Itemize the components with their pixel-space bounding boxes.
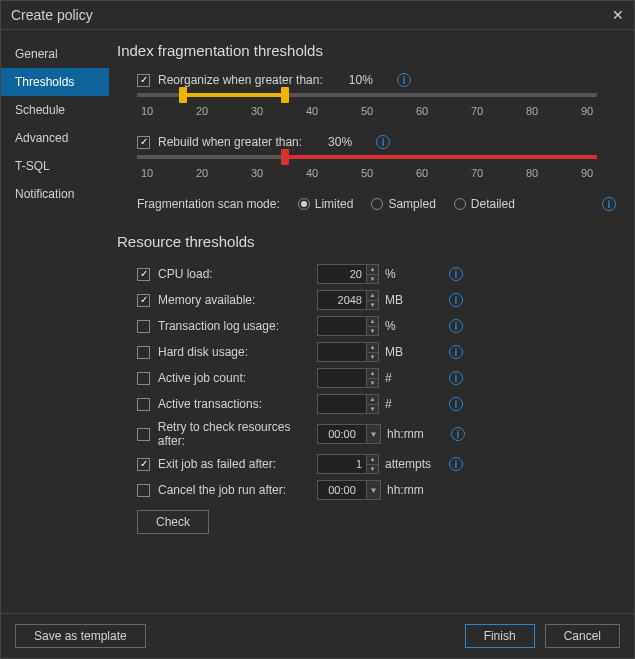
- create-policy-dialog: Create policy ✕ General Thresholds Sched…: [0, 0, 635, 659]
- exit-row: Exit job as failed after: 1 ▲▼ attempts: [117, 454, 616, 474]
- radio-icon: [298, 198, 310, 210]
- reorganize-label: Reorganize when greater than:: [158, 73, 323, 87]
- jobs-row: Active job count: ▲▼ #: [117, 368, 616, 388]
- memory-checkbox[interactable]: [137, 294, 150, 307]
- slider-ticks: 10 20 30 40 50 60 70 80 90: [137, 105, 597, 117]
- rebuild-handle[interactable]: [281, 149, 289, 165]
- retry-input[interactable]: 00:00: [317, 424, 367, 444]
- close-icon[interactable]: ✕: [612, 7, 624, 23]
- sidebar: General Thresholds Schedule Advanced T-S…: [1, 30, 109, 613]
- info-icon[interactable]: [451, 427, 465, 441]
- scan-mode-detailed[interactable]: Detailed: [454, 197, 515, 211]
- tlog-checkbox[interactable]: [137, 320, 150, 333]
- cpu-input[interactable]: 20: [317, 264, 367, 284]
- info-icon[interactable]: [449, 293, 463, 307]
- reorganize-slider[interactable]: 10 20 30 40 50 60 70 80 90: [137, 93, 616, 117]
- radio-icon: [371, 198, 383, 210]
- disk-spinner[interactable]: ▲▼: [367, 342, 379, 362]
- slider-ticks: 10 20 30 40 50 60 70 80 90: [137, 167, 597, 179]
- chevron-down-icon[interactable]: ▼: [367, 480, 381, 500]
- cancel-input[interactable]: 00:00: [317, 480, 367, 500]
- jobs-spinner[interactable]: ▲▼: [367, 368, 379, 388]
- memory-input[interactable]: 2048: [317, 290, 367, 310]
- rebuild-label: Rebuild when greater than:: [158, 135, 302, 149]
- finish-button[interactable]: Finish: [465, 624, 535, 648]
- reorganize-checkbox[interactable]: [137, 74, 150, 87]
- cancel-checkbox[interactable]: [137, 484, 150, 497]
- scan-mode-sampled[interactable]: Sampled: [371, 197, 435, 211]
- sidebar-item-notification[interactable]: Notification: [1, 180, 109, 208]
- sidebar-item-general[interactable]: General: [1, 40, 109, 68]
- jobs-checkbox[interactable]: [137, 372, 150, 385]
- frag-section-title: Index fragmentation thresholds: [117, 42, 616, 59]
- tlog-spinner[interactable]: ▲▼: [367, 316, 379, 336]
- reorganize-value: 10%: [349, 73, 389, 87]
- reorganize-row: Reorganize when greater than: 10%: [117, 73, 616, 87]
- info-icon[interactable]: [449, 457, 463, 471]
- rebuild-value: 30%: [328, 135, 368, 149]
- info-icon[interactable]: [397, 73, 411, 87]
- scan-mode-row: Fragmentation scan mode: Limited Sampled…: [137, 197, 616, 211]
- cpu-checkbox[interactable]: [137, 268, 150, 281]
- exit-checkbox[interactable]: [137, 458, 150, 471]
- radio-icon: [454, 198, 466, 210]
- info-icon[interactable]: [449, 345, 463, 359]
- trans-input[interactable]: [317, 394, 367, 414]
- reorganize-handle-low[interactable]: [179, 87, 187, 103]
- sidebar-item-schedule[interactable]: Schedule: [1, 96, 109, 124]
- cancel-button[interactable]: Cancel: [545, 624, 620, 648]
- retry-checkbox[interactable]: [137, 428, 150, 441]
- chevron-down-icon[interactable]: ▼: [367, 424, 381, 444]
- footer: Save as template Finish Cancel: [1, 613, 634, 658]
- disk-checkbox[interactable]: [137, 346, 150, 359]
- jobs-input[interactable]: [317, 368, 367, 388]
- cancel-row: Cancel the job run after: 00:00 ▼ hh:mm: [117, 480, 616, 500]
- info-icon[interactable]: [449, 397, 463, 411]
- rebuild-checkbox[interactable]: [137, 136, 150, 149]
- titlebar: Create policy ✕: [1, 1, 634, 30]
- cpu-row: CPU load: 20 ▲▼ %: [117, 264, 616, 284]
- trans-row: Active transactions: ▲▼ #: [117, 394, 616, 414]
- exit-spinner[interactable]: ▲▼: [367, 454, 379, 474]
- trans-checkbox[interactable]: [137, 398, 150, 411]
- save-template-button[interactable]: Save as template: [15, 624, 146, 648]
- sidebar-item-thresholds[interactable]: Thresholds: [1, 68, 109, 96]
- content-panel: Index fragmentation thresholds Reorganiz…: [109, 30, 634, 613]
- info-icon[interactable]: [449, 267, 463, 281]
- check-button[interactable]: Check: [137, 510, 209, 534]
- disk-row: Hard disk usage: ▲▼ MB: [117, 342, 616, 362]
- scan-mode-label: Fragmentation scan mode:: [137, 197, 280, 211]
- info-icon[interactable]: [449, 319, 463, 333]
- cpu-spinner[interactable]: ▲▼: [367, 264, 379, 284]
- memory-row: Memory available: 2048 ▲▼ MB: [117, 290, 616, 310]
- tlog-row: Transaction log usage: ▲▼ %: [117, 316, 616, 336]
- info-icon[interactable]: [602, 197, 616, 211]
- retry-row: Retry to check resources after: 00:00 ▼ …: [117, 420, 616, 448]
- resource-section-title: Resource thresholds: [117, 233, 616, 250]
- check-button-row: Check: [117, 510, 616, 534]
- rebuild-row: Rebuild when greater than: 30%: [117, 135, 616, 149]
- exit-input[interactable]: 1: [317, 454, 367, 474]
- trans-spinner[interactable]: ▲▼: [367, 394, 379, 414]
- info-icon[interactable]: [449, 371, 463, 385]
- memory-spinner[interactable]: ▲▼: [367, 290, 379, 310]
- tlog-input[interactable]: [317, 316, 367, 336]
- dialog-title: Create policy: [11, 7, 93, 23]
- rebuild-slider[interactable]: 10 20 30 40 50 60 70 80 90: [137, 155, 616, 179]
- sidebar-item-advanced[interactable]: Advanced: [1, 124, 109, 152]
- disk-input[interactable]: [317, 342, 367, 362]
- dialog-body: General Thresholds Schedule Advanced T-S…: [1, 30, 634, 613]
- info-icon[interactable]: [376, 135, 390, 149]
- reorganize-handle-high[interactable]: [281, 87, 289, 103]
- scan-mode-limited[interactable]: Limited: [298, 197, 354, 211]
- sidebar-item-tsql[interactable]: T-SQL: [1, 152, 109, 180]
